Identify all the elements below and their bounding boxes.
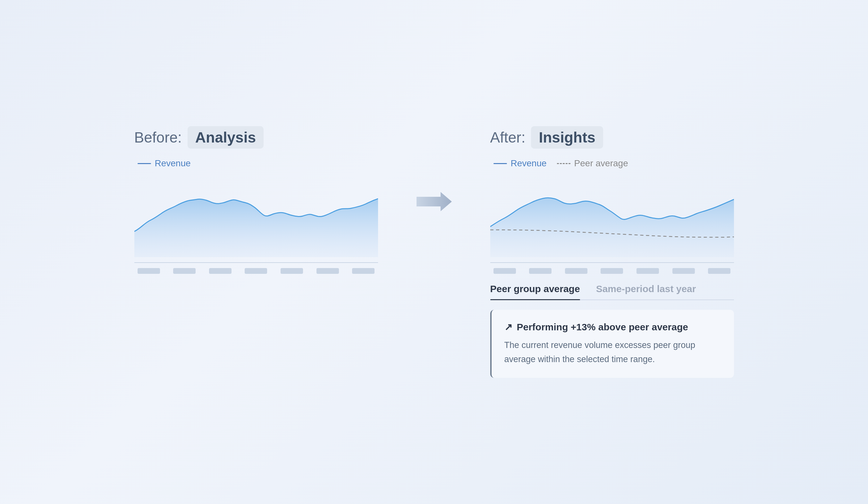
x-label-1 [137, 268, 160, 274]
after-badge: Insights [531, 126, 603, 149]
x-label-7 [352, 268, 374, 274]
after-legend: Revenue Peer average [490, 158, 734, 169]
insight-arrow-icon: ↗ [504, 321, 513, 333]
before-chart [134, 174, 378, 257]
before-x-labels [134, 268, 378, 274]
before-revenue-label: Revenue [155, 158, 191, 169]
transition-arrow-icon [416, 190, 452, 213]
x-label-4 [245, 268, 267, 274]
after-x-axis [490, 262, 734, 263]
after-prefix: After: [490, 129, 526, 146]
after-x-label-4 [601, 268, 623, 274]
before-x-axis [134, 262, 378, 263]
revenue-line-icon [137, 163, 151, 164]
before-header: Before: Analysis [134, 126, 264, 149]
before-chart-area: Revenue [134, 158, 378, 274]
x-label-6 [317, 268, 339, 274]
x-label-2 [173, 268, 196, 274]
before-panel: Before: Analysis Revenue [134, 126, 378, 274]
after-chart-area: Revenue Peer average [490, 158, 734, 274]
insight-body: The current revenue volume excesses peer… [504, 338, 721, 366]
after-x-labels [490, 268, 734, 274]
main-container: Before: Analysis Revenue [109, 100, 760, 403]
before-legend-revenue: Revenue [137, 158, 191, 169]
svg-marker-0 [416, 192, 452, 211]
before-badge: Analysis [188, 126, 264, 149]
x-label-5 [281, 268, 303, 274]
x-label-3 [209, 268, 231, 274]
insight-card: ↗ Performing +13% above peer average The… [490, 310, 734, 377]
after-x-label-7 [708, 268, 731, 274]
after-header: After: Insights [490, 126, 603, 149]
tabs-container: Peer group average Same-period last year [490, 283, 734, 300]
after-x-label-6 [672, 268, 695, 274]
after-peer-label: Peer average [574, 158, 628, 169]
after-x-label-1 [494, 268, 516, 274]
after-panel: After: Insights Revenue Peer average [490, 126, 734, 377]
before-legend: Revenue [134, 158, 378, 169]
transition-arrow-container [416, 126, 452, 213]
insight-title: ↗ Performing +13% above peer average [504, 321, 721, 333]
after-legend-peer: Peer average [557, 158, 628, 169]
after-revenue-label: Revenue [511, 158, 547, 169]
after-x-label-5 [637, 268, 659, 274]
after-chart [490, 174, 734, 257]
peer-line-icon [557, 163, 570, 164]
tab-peer-group[interactable]: Peer group average [490, 283, 580, 300]
insight-title-text: Performing +13% above peer average [517, 322, 688, 333]
after-x-label-3 [565, 268, 587, 274]
after-x-label-2 [529, 268, 551, 274]
tab-same-period[interactable]: Same-period last year [596, 283, 696, 300]
after-legend-revenue: Revenue [494, 158, 547, 169]
after-revenue-line-icon [494, 163, 507, 164]
before-prefix: Before: [134, 129, 182, 146]
